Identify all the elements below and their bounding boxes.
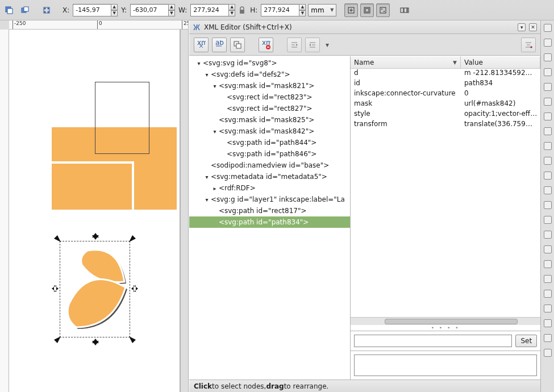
xml-tree-node[interactable]: <svg:mask id="mask825"> — [189, 114, 350, 126]
attribute-value-input[interactable] — [354, 355, 537, 376]
snap-button[interactable] — [544, 24, 552, 32]
unit-dropdown[interactable]: mm▼ — [308, 4, 336, 16]
snap-button[interactable] — [544, 39, 552, 47]
toolbar-btn-2[interactable] — [18, 3, 32, 17]
svg-point-5 — [44, 7, 46, 9]
svg-rect-12 — [365, 9, 369, 12]
set-attribute-button[interactable]: Set — [515, 335, 537, 347]
snap-button[interactable] — [544, 334, 552, 342]
snap-button[interactable] — [544, 68, 552, 76]
xml-tree-node[interactable]: ▾<svg:defs id="defs2"> — [189, 69, 350, 80]
snap-button[interactable] — [544, 83, 552, 91]
affect-btn-3[interactable] — [376, 3, 390, 17]
duplicate-node-button[interactable] — [230, 37, 245, 52]
indent-node-button[interactable] — [305, 37, 320, 52]
scale-handle-ne[interactable] — [129, 235, 136, 242]
w-input[interactable] — [190, 4, 229, 16]
affect-btn-2[interactable] — [360, 3, 374, 17]
scale-handle-nw[interactable] — [54, 235, 61, 242]
snap-button[interactable] — [544, 319, 552, 327]
snap-button[interactable] — [544, 157, 552, 165]
unindent-node-button[interactable] — [287, 37, 302, 52]
xml-tree-node[interactable]: <svg:path id="path844"> — [189, 137, 350, 148]
svg-rect-22 — [236, 44, 241, 48]
snap-button[interactable] — [544, 142, 552, 150]
scale-handle-sw[interactable] — [54, 336, 61, 343]
snap-button[interactable] — [544, 201, 552, 209]
xml-tree-node[interactable]: ▸<rdf:RDF> — [189, 182, 350, 194]
attribute-row[interactable]: styleopacity:1;vector-eff… — [351, 110, 540, 120]
scale-handle-se[interactable] — [129, 336, 136, 343]
x-input[interactable] — [73, 4, 111, 16]
snap-button[interactable] — [544, 98, 552, 106]
snap-button[interactable] — [544, 127, 552, 135]
snap-button[interactable] — [544, 53, 552, 61]
svg-rect-17 — [404, 8, 407, 12]
scale-handle-n[interactable] — [92, 233, 99, 240]
panel-close-button[interactable]: ✕ — [529, 23, 537, 31]
h-spinner[interactable]: ▲▼ — [299, 4, 306, 16]
affect-btn-4[interactable] — [398, 3, 411, 17]
new-element-node-button[interactable]: xml — [194, 37, 209, 52]
attribute-row[interactable]: inkscape:connector-curvature0 — [351, 89, 540, 99]
snap-button[interactable] — [544, 245, 552, 253]
xml-tree-node[interactable]: <svg:rect id="rect827"> — [189, 103, 350, 114]
snap-button[interactable] — [544, 349, 552, 357]
attributes-hscrollbar[interactable] — [351, 317, 540, 325]
vertical-ruler[interactable] — [0, 30, 9, 392]
snap-button[interactable] — [544, 260, 552, 268]
h-input[interactable] — [261, 4, 299, 16]
delete-attribute-button[interactable] — [521, 37, 536, 52]
attribute-row[interactable]: transformtranslate(336.759… — [351, 120, 540, 130]
w-spinner[interactable]: ▲▼ — [228, 4, 235, 16]
xml-tree-node[interactable]: <svg:path id="rect817"> — [189, 205, 350, 216]
snap-button[interactable] — [544, 275, 552, 283]
new-text-node-button[interactable]: abc — [212, 37, 227, 52]
scale-handle-w[interactable] — [52, 285, 59, 292]
affect-btn-1[interactable] — [344, 3, 358, 17]
snap-button[interactable] — [544, 186, 552, 194]
attributes-header[interactable]: Name▼ Value — [351, 56, 540, 69]
outline-rect[interactable] — [95, 82, 149, 154]
canvas[interactable] — [9, 30, 180, 392]
xml-tree-node[interactable]: ▾<svg:metadata id="metadata5"> — [189, 171, 350, 182]
panel-minimize-button[interactable]: ▾ — [518, 23, 526, 31]
svg-rect-9 — [240, 10, 244, 14]
xml-tree-node[interactable]: ▾<svg:mask id="mask821"> — [189, 80, 350, 91]
scale-handle-e[interactable] — [131, 285, 138, 292]
xml-tree-node[interactable]: <svg:path id="path834"> — [189, 216, 350, 228]
attributes-table[interactable]: dm -212.81334592…idpath834inkscape:conne… — [351, 69, 540, 317]
snap-button[interactable] — [544, 216, 552, 224]
toolbar-btn-3[interactable] — [40, 3, 53, 17]
horizontal-ruler[interactable]: -250 0 250 — [9, 20, 188, 30]
xml-tree-node[interactable]: <svg:path id="path846"> — [189, 148, 350, 160]
snap-button[interactable] — [544, 112, 552, 120]
y-input[interactable] — [130, 4, 169, 16]
delete-node-button[interactable]: xml — [259, 37, 273, 52]
attribute-row[interactable]: maskurl(#mask842) — [351, 99, 540, 110]
toolbar-btn-1[interactable] — [2, 3, 16, 17]
x-spinner[interactable]: ▲▼ — [111, 4, 118, 16]
svg-point-7 — [44, 11, 46, 12]
xml-tree-node[interactable]: ▾<svg:mask id="mask842"> — [189, 126, 350, 137]
canvas-column: -250 0 250 — [0, 20, 189, 392]
xml-tree-node[interactable]: <sodipodi:namedview id="base"> — [189, 160, 350, 171]
y-spinner[interactable]: ▲▼ — [168, 4, 175, 16]
attribute-row[interactable]: idpath834 — [351, 79, 540, 89]
panel-resize-grip[interactable]: • • • • — [351, 325, 540, 331]
snap-button[interactable] — [544, 290, 552, 298]
snap-button[interactable] — [544, 305, 552, 312]
xml-tree-node[interactable]: <svg:rect id="rect823"> — [189, 91, 350, 103]
canvas-scrollbar-v[interactable] — [180, 30, 188, 392]
lock-aspect-icon[interactable] — [238, 4, 247, 16]
attribute-name-input[interactable] — [354, 335, 512, 347]
toolbar-overflow-dropdown[interactable]: ▾ — [323, 37, 331, 52]
snap-button[interactable] — [544, 231, 552, 239]
xml-editor-titlebar[interactable]: XML Editor (Shift+Ctrl+X) ▾ ✕ — [189, 20, 540, 34]
snap-button[interactable] — [544, 172, 552, 180]
attribute-row[interactable]: dm -212.81334592… — [351, 69, 540, 79]
xml-tree-node[interactable]: ▾<svg:svg id="svg8"> — [189, 57, 350, 69]
xml-tree[interactable]: ▾<svg:svg id="svg8">▾<svg:defs id="defs2… — [189, 56, 350, 380]
scale-handle-s[interactable] — [92, 339, 99, 345]
xml-tree-node[interactable]: ▾<svg:g id="layer1" inkscape:label="La — [189, 194, 350, 205]
